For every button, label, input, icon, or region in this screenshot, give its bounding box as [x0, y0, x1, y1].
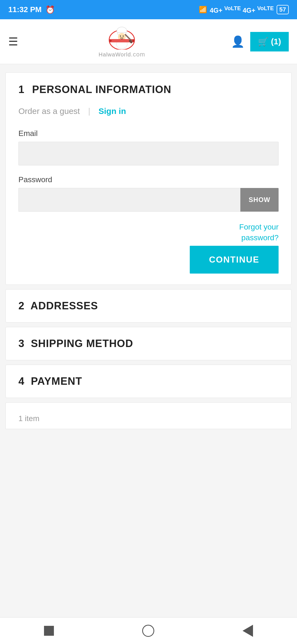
section-4-heading: PAYMENT	[31, 375, 82, 387]
network-label: 4G+ VoLTE 4G+ VoLTE	[210, 5, 274, 14]
logo: HalwaWorld.com	[99, 25, 145, 58]
alarm-icon: ⏰	[45, 5, 55, 14]
section-3-title: 3 SHIPPING METHOD	[18, 338, 279, 350]
forgot-password-link[interactable]: Forgot your password?	[239, 222, 279, 243]
section-1-title: 1 PERSONAL INFORMATION	[18, 84, 279, 95]
step-1-num: 1	[18, 84, 24, 95]
guest-tab[interactable]: Order as a guest	[18, 107, 80, 116]
cart-button[interactable]: 🛒 (1)	[250, 32, 289, 51]
password-group: Password SHOW	[18, 175, 279, 212]
step-3-num: 3	[18, 338, 24, 349]
section-1-inner: 1 PERSONAL INFORMATION Order as a guest …	[6, 73, 291, 285]
section-4-card: 4 PAYMENT	[6, 365, 292, 398]
password-input[interactable]	[18, 188, 240, 212]
section-2-card: 2 ADDRESSES	[6, 289, 292, 323]
forgot-row: Forgot your password?	[18, 222, 279, 243]
header-right: 👤 🛒 (1)	[226, 32, 289, 51]
tab-row: Order as a guest | Sign in	[18, 107, 279, 116]
battery-badge: 57	[277, 5, 289, 14]
logo-text: HalwaWorld.com	[99, 50, 145, 58]
svg-point-4	[120, 36, 121, 37]
email-input[interactable]	[18, 142, 279, 165]
bottom-partial-card: 1 item	[6, 402, 292, 429]
section-3-card: 3 SHIPPING METHOD	[6, 327, 292, 360]
step-4-num: 4	[18, 375, 24, 387]
status-bar-left: 11:32 PM ⏰	[8, 5, 55, 14]
logo-image	[107, 25, 137, 50]
section-2-heading: ADDRESSES	[31, 300, 98, 312]
section-1-card: 1 PERSONAL INFORMATION Order as a guest …	[6, 72, 292, 285]
status-time: 11:32 PM	[8, 5, 42, 14]
signin-tab[interactable]: Sign in	[98, 107, 126, 116]
email-label: Email	[18, 129, 279, 138]
section-1-heading: PERSONAL INFORMATION	[32, 84, 171, 95]
section-2-title: 2 ADDRESSES	[18, 300, 279, 312]
cart-count: (1)	[271, 37, 281, 46]
status-bar-right: 📶 4G+ VoLTE 4G+ VoLTE 57	[199, 5, 289, 14]
bottom-partial-text: 1 item	[18, 414, 39, 423]
continue-row: CONTINUE	[18, 246, 279, 274]
svg-point-5	[123, 36, 124, 37]
menu-icon[interactable]: ☰	[8, 35, 18, 48]
password-label: Password	[18, 175, 279, 184]
tab-divider: |	[88, 107, 90, 116]
section-3-heading: SHIPPING METHOD	[31, 338, 133, 349]
step-2-num: 2	[18, 300, 24, 312]
continue-button[interactable]: CONTINUE	[190, 246, 279, 274]
show-password-button[interactable]: SHOW	[240, 188, 279, 212]
status-bar: 11:32 PM ⏰ 📶 4G+ VoLTE 4G+ VoLTE 57	[0, 0, 297, 19]
email-group: Email	[18, 129, 279, 165]
signal-icon: 📶	[199, 6, 207, 13]
password-row: SHOW	[18, 188, 279, 212]
cart-icon: 🛒	[258, 37, 268, 47]
section-4-title: 4 PAYMENT	[18, 375, 279, 387]
header: ☰ HalwaWo	[0, 19, 297, 64]
main-content: 1 PERSONAL INFORMATION Order as a guest …	[0, 64, 297, 468]
user-icon[interactable]: 👤	[226, 32, 250, 51]
